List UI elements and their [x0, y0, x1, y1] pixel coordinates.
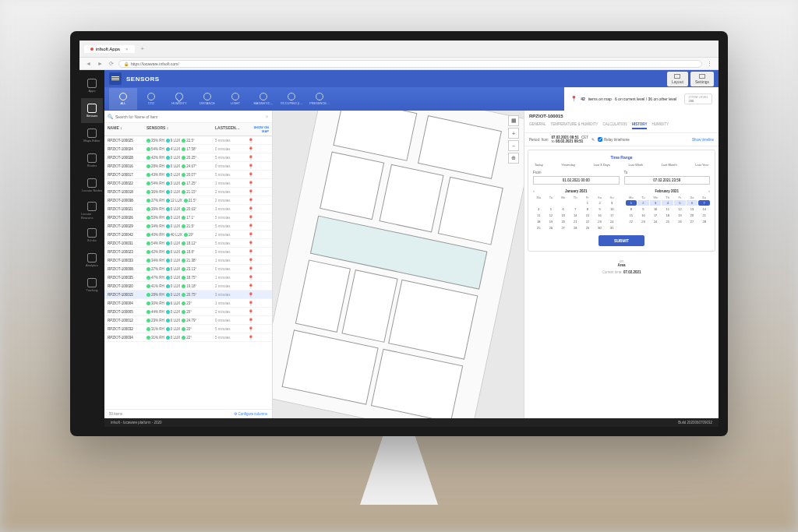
- cal-day[interactable]: 23: [637, 219, 649, 224]
- table-row[interactable]: RPZIOT-10002254% RH3 LUX17.25°1 minutes📍: [104, 179, 272, 188]
- cat-co2[interactable]: CO2: [137, 88, 165, 110]
- back-icon[interactable]: ◄: [84, 61, 93, 66]
- cal-day[interactable]: 13: [557, 213, 569, 218]
- preset-lastyear[interactable]: Last Year: [695, 163, 708, 167]
- cal-day[interactable]: 2: [594, 200, 606, 206]
- tab-general[interactable]: GENERAL: [529, 121, 546, 129]
- cal-day[interactable]: 14: [698, 206, 710, 212]
- cal-day[interactable]: 22: [582, 219, 594, 224]
- submit-button[interactable]: SUBMIT: [598, 235, 644, 246]
- cat-presence[interactable]: PRESENCE…: [305, 88, 334, 110]
- preset-yesterday[interactable]: Yesterday: [561, 163, 575, 167]
- zoom-in-button[interactable]: +: [508, 128, 519, 139]
- cal-day[interactable]: 17: [650, 213, 662, 218]
- cal-day[interactable]: 31: [606, 225, 618, 231]
- cal-day[interactable]: 20: [557, 219, 569, 224]
- table-row[interactable]: RPZIOT-10002041% RH0 LUX19.18°2 minutes📍: [104, 282, 272, 291]
- cal-day[interactable]: 4: [662, 200, 673, 206]
- cal-day[interactable]: 27: [557, 225, 569, 231]
- rail-sensors[interactable]: Sensors: [81, 98, 103, 123]
- table-row[interactable]: RPZIOT-10003334% RH0 LUX21.38°1 minutes📍: [104, 256, 272, 265]
- cal-prev[interactable]: ‹: [533, 188, 535, 193]
- cal-day[interactable]: 11: [662, 206, 673, 212]
- table-row[interactable]: RPZIOT-10003154% RH0 LUX18.12°5 minutes📍: [104, 239, 272, 248]
- cal-day[interactable]: 29: [582, 225, 594, 231]
- table-row[interactable]: RPZIOT-10001528% RH0 LUX20.75°3 minutes📍: [104, 291, 272, 299]
- preset-last3[interactable]: Last 3 Days: [594, 163, 610, 167]
- table-row[interactable]: RPZIOT-10001223% RH0 LUX24.79°0 minutes📍: [104, 316, 272, 325]
- rail-maps-editor[interactable]: Maps Editor: [81, 123, 103, 148]
- rail-analytics[interactable]: Analytics: [81, 248, 103, 273]
- cal-day[interactable]: 30: [594, 225, 606, 231]
- close-icon[interactable]: ×: [125, 47, 129, 51]
- cal-day[interactable]: 9: [637, 206, 649, 212]
- table-row[interactable]: RPZIOT-10004240% RH40 LUX19°2 minutes📍: [104, 231, 272, 239]
- table-row[interactable]: RPZIOT-10002139% RH0 LUX20.63°3 minutes📍: [104, 205, 272, 213]
- table-row[interactable]: RPZIOT-10002342% RH0 LUX18.8°5 minutes📍: [104, 248, 272, 256]
- relay-checkbox[interactable]: [598, 137, 602, 142]
- table-row[interactable]: RPZIOT-10002934% RH0 LUX21.5°5 minutes📍: [104, 222, 272, 231]
- table-row[interactable]: RPZIOT-10001628% RH0 LUX24.67°0 minutes📍: [104, 162, 272, 171]
- cal-day[interactable]: 1: [582, 200, 594, 206]
- forward-icon[interactable]: ►: [96, 61, 104, 66]
- browser-tab[interactable]: infsoft Apps ×: [84, 45, 135, 53]
- cal-day[interactable]: 11: [533, 213, 545, 218]
- locate-button[interactable]: ⊕: [508, 153, 519, 164]
- show-on-map[interactable]: SHOW ON MAP: [248, 125, 269, 133]
- cal-day[interactable]: 5: [546, 206, 557, 212]
- cal-day[interactable]: 16: [637, 213, 649, 218]
- rail-locator-beacons[interactable]: Locator Beacons: [81, 198, 103, 223]
- cal-day[interactable]: 28: [570, 225, 581, 231]
- cal-day[interactable]: 4: [533, 206, 545, 212]
- table-row[interactable]: RPZIOT-10003827% RH12 LUX21.5°2 minutes📍: [104, 196, 272, 205]
- cal-day[interactable]: 25: [533, 225, 545, 231]
- table-row[interactable]: RPZIOT-10000827% RH5 LUX23.13°0 minutes📍: [104, 265, 272, 273]
- preset-today[interactable]: Today: [535, 163, 543, 167]
- configure-columns[interactable]: ⚙ Configure columns: [234, 412, 267, 416]
- url-field[interactable]: 🔒 https://locaware.infsoft.com/: [118, 60, 702, 68]
- cal-day[interactable]: 13: [687, 206, 698, 212]
- cal-day[interactable]: 24: [650, 219, 662, 224]
- menu-icon[interactable]: ⋮: [705, 61, 714, 67]
- cat-light[interactable]: LIGHT: [221, 88, 249, 110]
- table-row[interactable]: RPZIOT-10002842% RH0 LUX20.25°5 minutes📍: [104, 153, 272, 162]
- table-row[interactable]: RPZIOT-10002454% RH4 LUX17.58°0 minutes📍: [104, 145, 272, 153]
- cal-day[interactable]: 17: [606, 213, 618, 218]
- reload-icon[interactable]: ⟳: [108, 61, 115, 67]
- cal-day[interactable]: 18: [662, 213, 673, 218]
- col-name[interactable]: NAME ↕: [108, 125, 147, 133]
- cal-day[interactable]: 16: [594, 213, 606, 218]
- tab-temp-hum[interactable]: TEMPERATURE & HUMIDITY: [551, 121, 598, 129]
- cal-day[interactable]: 20: [687, 213, 698, 218]
- from-input[interactable]: [533, 176, 620, 185]
- cal-day[interactable]: 27: [687, 219, 698, 224]
- table-row[interactable]: RPZIOT-10001836% RH0 LUX21.15°2 minutes📍: [104, 188, 272, 196]
- cal-day[interactable]: 22: [626, 219, 637, 224]
- cal-day[interactable]: 26: [546, 225, 557, 231]
- layout-button[interactable]: Layout: [667, 72, 688, 86]
- cal-day[interactable]: 25: [662, 219, 673, 224]
- table-row[interactable]: RPZIOT-10000430% RH6 LUX23°1 minutes📍: [104, 299, 272, 308]
- col-sensors[interactable]: SENSORS ↕: [147, 125, 215, 133]
- table-row[interactable]: RPZIOT-10002653% RH0 LUX17.1°5 minutes📍: [104, 213, 272, 222]
- cal-day[interactable]: 28: [698, 219, 710, 224]
- cal-day[interactable]: 12: [546, 213, 557, 218]
- cal-next[interactable]: ›: [708, 188, 710, 193]
- cal-day[interactable]: 15: [626, 213, 637, 218]
- cal-day[interactable]: 3: [606, 200, 618, 206]
- cal-day[interactable]: 21: [698, 213, 710, 218]
- cal-day[interactable]: 24: [606, 219, 618, 224]
- col-lastseen[interactable]: LASTSEEN…: [215, 125, 248, 133]
- rail-locator-nodes[interactable]: Locator Nodes: [81, 173, 103, 198]
- search-input[interactable]: [115, 115, 263, 119]
- cal-day[interactable]: 10: [606, 206, 618, 212]
- cal-day[interactable]: 9: [594, 206, 606, 212]
- cat-occupied[interactable]: OCCUPIED (I…: [277, 88, 305, 110]
- table-row[interactable]: RPZIOT-10003547% RH0 LUX18.75°1 minutes📍: [104, 273, 272, 282]
- cal-day[interactable]: 7: [698, 200, 710, 206]
- zoom-out-button[interactable]: −: [508, 140, 519, 151]
- cal-day[interactable]: 2: [637, 200, 649, 206]
- cal-day[interactable]: 6: [557, 206, 569, 212]
- preset-lastweek[interactable]: Last Week: [628, 163, 643, 167]
- tab-humidity[interactable]: HUMIDITY: [651, 121, 669, 129]
